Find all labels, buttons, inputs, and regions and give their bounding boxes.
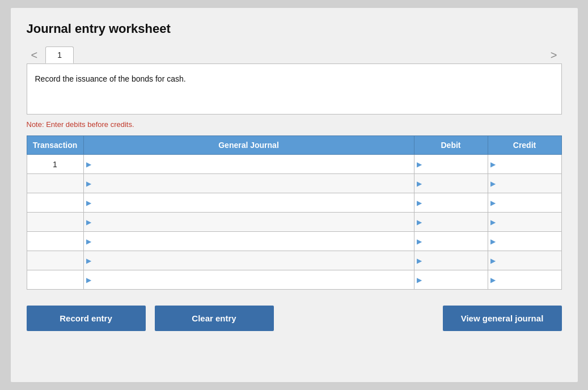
cell-arrow-icon: ▶ [417, 276, 422, 284]
debit-cell[interactable]: ▶ [414, 232, 488, 251]
transaction-cell [27, 213, 83, 232]
debit-cell[interactable]: ▶ [414, 213, 488, 232]
cell-arrow-icon: ▶ [86, 199, 91, 207]
header-credit: Credit [488, 136, 561, 155]
cell-arrow-icon: ▶ [490, 160, 496, 168]
buttons-row: Record entry Clear entry View general jo… [27, 306, 562, 331]
transaction-cell [27, 251, 83, 270]
debit-input[interactable] [423, 270, 485, 289]
cell-arrow-icon: ▶ [490, 180, 496, 188]
debit-input[interactable] [423, 174, 485, 193]
table-row: ▶▶▶ [27, 174, 561, 193]
cell-arrow-icon: ▶ [417, 160, 422, 168]
transaction-cell [27, 174, 83, 193]
credit-input[interactable] [497, 213, 559, 231]
journal-table: Transaction General Journal Debit Credit… [27, 135, 562, 290]
cell-arrow-icon: ▶ [490, 218, 496, 226]
cell-arrow-icon: ▶ [417, 257, 422, 265]
debit-input[interactable] [423, 213, 485, 231]
cell-arrow-icon: ▶ [417, 218, 422, 226]
credit-cell[interactable]: ▶ [488, 270, 561, 290]
clear-entry-button[interactable]: Clear entry [155, 306, 274, 331]
debit-cell[interactable]: ▶ [414, 251, 488, 270]
cell-arrow-icon: ▶ [417, 238, 422, 245]
next-tab-button[interactable]: > [546, 47, 562, 63]
cell-arrow-icon: ▶ [86, 218, 91, 226]
table-row: 1▶▶▶ [27, 155, 561, 174]
main-container: Journal entry worksheet < 1 > Record the… [11, 8, 578, 382]
cell-arrow-icon: ▶ [86, 276, 91, 284]
credit-input[interactable] [497, 193, 559, 212]
cell-arrow-icon: ▶ [490, 238, 496, 245]
credit-cell[interactable]: ▶ [488, 155, 561, 174]
general-journal-cell[interactable]: ▶ [83, 174, 414, 193]
credit-input[interactable] [497, 251, 559, 270]
note-text: Note: Enter debits before credits. [27, 120, 562, 129]
general-journal-input[interactable] [92, 251, 412, 270]
prev-tab-button[interactable]: < [27, 47, 43, 63]
debit-input[interactable] [423, 232, 485, 251]
general-journal-input[interactable] [92, 155, 412, 173]
cell-arrow-icon: ▶ [490, 257, 496, 265]
credit-cell[interactable]: ▶ [488, 251, 561, 270]
cell-arrow-icon: ▶ [490, 276, 496, 284]
instruction-box: Record the issuance of the bonds for cas… [27, 63, 562, 115]
header-debit: Debit [414, 136, 488, 155]
header-general-journal: General Journal [83, 136, 414, 155]
general-journal-input[interactable] [92, 270, 412, 289]
debit-input[interactable] [423, 155, 485, 173]
general-journal-cell[interactable]: ▶ [83, 232, 414, 251]
cell-arrow-icon: ▶ [417, 180, 422, 188]
page-title: Journal entry worksheet [27, 22, 562, 36]
record-entry-button[interactable]: Record entry [27, 306, 146, 331]
cell-arrow-icon: ▶ [86, 180, 91, 188]
debit-input[interactable] [423, 251, 485, 270]
view-general-journal-button[interactable]: View general journal [443, 306, 562, 331]
table-header-row: Transaction General Journal Debit Credit [27, 136, 561, 155]
general-journal-cell[interactable]: ▶ [83, 270, 414, 290]
credit-input[interactable] [497, 232, 559, 251]
debit-cell[interactable]: ▶ [414, 155, 488, 174]
header-transaction: Transaction [27, 136, 83, 155]
transaction-cell: 1 [27, 155, 83, 174]
table-row: ▶▶▶ [27, 270, 561, 290]
credit-cell[interactable]: ▶ [488, 213, 561, 232]
credit-cell[interactable]: ▶ [488, 193, 561, 213]
credit-cell[interactable]: ▶ [488, 232, 561, 251]
general-journal-cell[interactable]: ▶ [83, 251, 414, 270]
debit-input[interactable] [423, 193, 485, 212]
transaction-cell [27, 270, 83, 290]
debit-cell[interactable]: ▶ [414, 270, 488, 290]
credit-cell[interactable]: ▶ [488, 174, 561, 193]
cell-arrow-icon: ▶ [417, 199, 422, 207]
table-row: ▶▶▶ [27, 251, 561, 270]
general-journal-cell[interactable]: ▶ [83, 155, 414, 174]
tab-1[interactable]: 1 [45, 46, 74, 63]
general-journal-cell[interactable]: ▶ [83, 193, 414, 213]
table-row: ▶▶▶ [27, 213, 561, 232]
cell-arrow-icon: ▶ [86, 238, 91, 245]
general-journal-input[interactable] [92, 213, 412, 231]
credit-input[interactable] [497, 270, 559, 289]
debit-cell[interactable]: ▶ [414, 193, 488, 213]
debit-cell[interactable]: ▶ [414, 174, 488, 193]
table-row: ▶▶▶ [27, 232, 561, 251]
instruction-text: Record the issuance of the bonds for cas… [35, 74, 186, 83]
general-journal-cell[interactable]: ▶ [83, 213, 414, 232]
table-row: ▶▶▶ [27, 193, 561, 213]
credit-input[interactable] [497, 155, 559, 173]
tab-navigation: < 1 > [27, 46, 562, 63]
general-journal-input[interactable] [92, 232, 412, 251]
cell-arrow-icon: ▶ [490, 199, 496, 207]
transaction-cell [27, 193, 83, 213]
cell-arrow-icon: ▶ [86, 257, 91, 265]
cell-arrow-icon: ▶ [86, 160, 91, 168]
general-journal-input[interactable] [92, 193, 412, 212]
credit-input[interactable] [497, 174, 559, 193]
general-journal-input[interactable] [92, 174, 412, 193]
transaction-cell [27, 232, 83, 251]
